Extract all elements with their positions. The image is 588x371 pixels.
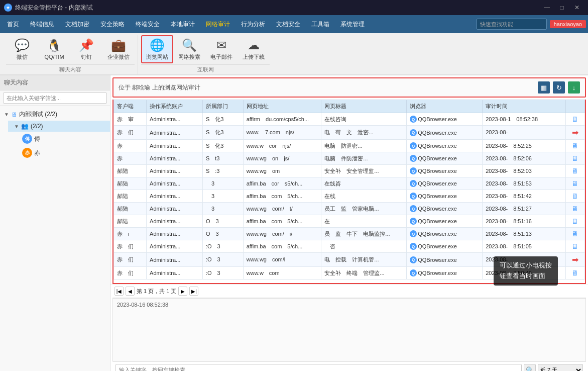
pagination-bar: |◀ ◀ 第 1 页，共 1 页 ▶ ▶|	[110, 284, 588, 298]
menu-search-area: hanxiaoyao	[477, 19, 586, 30]
tool-browse-website[interactable]: 🌐 浏览网站	[141, 35, 173, 63]
cell-title: 电 莓 文 泄密...	[321, 126, 407, 140]
page-next[interactable]: ▶	[178, 287, 187, 296]
menu-tools[interactable]: 工具箱	[306, 18, 334, 31]
monitor-icon[interactable]: 🖥	[571, 217, 578, 225]
cell-browser: QQQBrowser.exe	[407, 165, 483, 177]
cell-url: www.wg com/ t/	[243, 203, 321, 215]
cell-time: 2023-08- 8:52:06	[483, 152, 566, 165]
close-button[interactable]: ✕	[570, 2, 584, 13]
sidebar-user1[interactable]: 傅 傅	[16, 132, 110, 146]
page-prev[interactable]: ◀	[126, 287, 135, 296]
cell-os: Administra...	[147, 267, 203, 280]
cell-url: affim.ba com 5/ch...	[243, 215, 321, 228]
user-badge[interactable]: hanxiaoyao	[550, 20, 586, 28]
red-arrow-icon[interactable]: ➡	[572, 255, 578, 264]
cell-monitor: 🖥	[565, 165, 584, 177]
avatar-user1: 傅	[22, 134, 32, 144]
cell-monitor: 🖥	[565, 203, 584, 215]
sidebar-user2[interactable]: 赤 赤	[16, 146, 110, 160]
tool-wechat[interactable]: 💬 微信	[6, 35, 38, 63]
menu-terminal-security[interactable]: 终端安全	[131, 18, 165, 31]
cell-dept: S :3	[202, 165, 243, 177]
cell-client: 赤 审	[114, 113, 147, 126]
tool-browse-website-label: 浏览网站	[146, 53, 168, 61]
monitor-icon[interactable]: 🖥	[571, 242, 578, 250]
cell-monitor: 🖥	[565, 267, 584, 280]
cell-browser: QQQBrowser.exe	[407, 267, 483, 280]
dingtalk-icon: 📌	[79, 38, 94, 52]
monitor-icon[interactable]: 🖥	[571, 154, 578, 162]
red-arrow-icon[interactable]: ➡	[572, 128, 578, 137]
window-controls[interactable]: — □ ✕	[540, 2, 584, 13]
app-logo: ★	[4, 4, 12, 12]
col-dept: 所属部门	[202, 100, 243, 113]
tool-qq[interactable]: 🐧 QQ/TIM	[38, 35, 70, 63]
table-row: 赤 们 Administra... S 化3 www. 7.com njs/ 电…	[114, 126, 585, 140]
cell-url: www.w cor njs/	[243, 140, 321, 152]
col-os: 操作系统账户	[147, 100, 203, 113]
sidebar-search-area	[0, 90, 110, 106]
menu-network-audit[interactable]: 网络审计	[201, 18, 235, 31]
monitor-icon[interactable]: 🖥	[571, 192, 578, 200]
cell-os: Administra...	[147, 215, 203, 228]
menu-security-policy[interactable]: 安全策略	[95, 18, 130, 31]
cell-os: Administra...	[147, 113, 203, 126]
menu-behavior-analysis[interactable]: 行为分析	[236, 18, 270, 31]
tool-enterprise-wechat[interactable]: 💼 企业微信	[102, 35, 135, 63]
tool-qq-label: QQ/TIM	[44, 54, 64, 60]
group-icon: 👥	[21, 123, 29, 130]
menu-system-mgmt[interactable]: 系统管理	[335, 18, 370, 31]
table-view-button[interactable]: ▦	[538, 81, 550, 94]
cell-client: 赤 们	[114, 267, 147, 280]
download-button[interactable]: ↓	[568, 81, 580, 94]
menu-local-audit[interactable]: 本地审计	[166, 18, 200, 31]
tool-dingtalk-label: 钉钉	[81, 53, 92, 61]
minimize-button[interactable]: —	[540, 2, 554, 13]
sidebar-item-group[interactable]: ▼ 👥 (2/2)	[8, 121, 110, 132]
tool-email[interactable]: ✉ 电子邮件	[205, 35, 238, 63]
group-arrow: ▼	[14, 124, 19, 129]
time-range-select[interactable]: 近 7 天近 30 天近 90 天自定义	[538, 364, 583, 371]
monitor-icon[interactable]: 🖥	[571, 269, 578, 277]
tool-upload-download[interactable]: ☁ 上传下载	[238, 35, 270, 63]
keyword-search-button[interactable]: 🔍	[524, 364, 536, 371]
page-last[interactable]: ▶|	[189, 287, 198, 296]
cell-url: www.wg com/l	[243, 253, 321, 267]
cell-title: 在	[321, 215, 407, 228]
menu-home[interactable]: 首页	[2, 18, 24, 31]
tool-network-search[interactable]: 🔍 网络搜索	[173, 35, 205, 63]
page-first[interactable]: |◀	[114, 287, 124, 296]
cell-time: 2023-08- 8:51:27	[483, 203, 566, 215]
cell-os: Administra...	[147, 228, 203, 240]
bottom-toolbar: 🔍 近 7 天近 30 天近 90 天自定义	[112, 361, 586, 371]
cell-client: 赤 们	[114, 240, 147, 253]
cell-url: affim.ba com 5/ch...	[243, 190, 321, 203]
col-url: 网页地址	[243, 100, 321, 113]
monitor-icon[interactable]: 🖥	[571, 205, 578, 213]
sidebar-search-input[interactable]	[3, 92, 107, 104]
menu-doc-encrypt[interactable]: 文档加密	[60, 18, 94, 31]
menu-doc-security[interactable]: 文档安全	[271, 18, 305, 31]
title-bar: ★ 终端安全管控平台 - 内部测试 — □ ✕	[0, 0, 588, 15]
cell-monitor: 🖥	[565, 228, 584, 240]
upload-download-icon: ☁	[248, 38, 260, 52]
tool-dingtalk[interactable]: 📌 钉钉	[70, 35, 102, 63]
monitor-icon[interactable]: 🖥	[571, 115, 578, 123]
cell-time: 2023-08- 8:51:42	[483, 190, 566, 203]
network-search-icon: 🔍	[182, 38, 197, 52]
monitor-icon[interactable]: 🖥	[571, 142, 578, 150]
monitor-icon[interactable]: 🖥	[571, 230, 578, 238]
page-label: 第 1 页，共 1 页	[137, 288, 176, 295]
cell-os: Administra...	[147, 126, 203, 140]
table-row: 赤 Administra... S t3 www.wg on js/ 电脑 件防…	[114, 152, 585, 165]
menu-search-input[interactable]	[477, 19, 547, 30]
maximize-button[interactable]: □	[555, 2, 569, 13]
keyword-search-input[interactable]	[115, 364, 522, 371]
monitor-icon[interactable]: 🖥	[571, 179, 578, 188]
cell-browser: QQQBrowser.exe	[407, 113, 483, 126]
refresh-button[interactable]: ↻	[553, 81, 565, 94]
menu-terminal-info[interactable]: 终端信息	[25, 18, 59, 31]
monitor-icon[interactable]: 🖥	[571, 167, 578, 175]
sidebar-tree-root[interactable]: ▼ 🖥 内部测试 (2/2)	[0, 108, 110, 121]
